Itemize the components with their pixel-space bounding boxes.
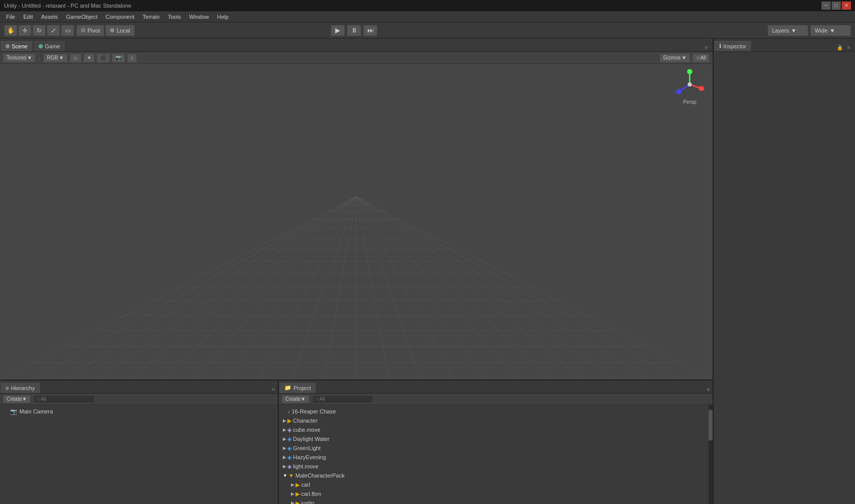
list-item[interactable]: ▶ ▶ carl [279, 480, 713, 489]
list-item[interactable]: ▶ ◈ Daylight Water [279, 434, 713, 443]
hand-tool[interactable]: ✋ [4, 25, 17, 36]
list-item[interactable]: ▼ ▼ MaleCharacterPack [279, 471, 713, 480]
scene-area: Scene Game ≡ Textured ▼ | RGB ▼ ☼ ✦ ⬛ 📷 … [0, 39, 713, 504]
app-title: Unity - Untitled - relaxant - PC and Mac… [4, 3, 131, 9]
hierarchy-collapse-button[interactable]: ≡ [270, 385, 278, 393]
maximize-button[interactable]: □ [832, 2, 841, 10]
item-label: light.move [293, 463, 318, 469]
layers-dropdown[interactable]: Layers ▼ [768, 25, 808, 36]
color-mode-dropdown[interactable]: RGB ▼ [43, 53, 68, 63]
item-label: Character [293, 418, 317, 424]
gizmos-dropdown[interactable]: Gizmos ▼ [660, 53, 690, 63]
list-item[interactable]: ▶ ▶ justin [279, 498, 713, 504]
main-camera-item[interactable]: 📷 Main Camera [0, 407, 278, 416]
playback-controls: ▶ ⏸ ⏭ [331, 25, 377, 36]
list-item[interactable]: ▶ ▶ carl.fbm [279, 489, 713, 498]
step-button[interactable]: ⏭ [363, 25, 377, 36]
fx-toggle[interactable]: ⬛ [97, 53, 110, 63]
menu-edit[interactable]: Edit [19, 13, 37, 21]
folder-icon: ▶ [296, 500, 300, 505]
project-search[interactable] [312, 395, 373, 403]
search-all-button[interactable]: ☆All [692, 53, 710, 63]
scrollbar-thumb [709, 410, 713, 440]
menu-window[interactable]: Window [185, 13, 213, 21]
sound-toggle[interactable]: ♪ [127, 53, 137, 63]
menu-assets[interactable]: Assets [37, 13, 62, 21]
arrow-icon: ▶ [283, 436, 286, 441]
folder-icon: ▶ [287, 418, 291, 424]
rotate-tool[interactable]: ↻ [33, 25, 46, 36]
list-item[interactable]: ▶ ◈ light.move [279, 462, 713, 471]
shading-arrow: ▼ [27, 55, 32, 61]
inspector-lock-button[interactable]: 🔒 [836, 43, 844, 51]
list-item[interactable]: ▶ ▶ Character [279, 416, 713, 425]
hierarchy-tab-bar: ≡ Hierarchy ≡ [0, 380, 278, 394]
list-item[interactable]: ▶ ◈ GreenLight [279, 443, 713, 453]
camera-toggle[interactable]: 📷 [112, 53, 125, 63]
list-item[interactable]: ▶ ◈ HazyEvening [279, 453, 713, 462]
play-button[interactable]: ▶ [331, 25, 345, 36]
hierarchy-create-button[interactable]: Create ▼ [3, 395, 31, 403]
viewport[interactable]: Y X Z Persp [0, 64, 713, 379]
script-icon: ◈ [287, 427, 291, 433]
project-scrollbar[interactable] [709, 405, 713, 504]
arrow-icon: ▶ [291, 500, 294, 504]
project-create-label: Create [285, 396, 301, 402]
arrow-icon: ▶ [291, 482, 294, 487]
prefab-icon: ◈ [287, 436, 291, 442]
gizmo-svg: Y X Z [672, 69, 707, 100]
menu-tools[interactable]: Tools [164, 13, 185, 21]
project-collapse-button[interactable]: ≡ [704, 385, 713, 393]
local-icon: ⊛ [110, 27, 114, 34]
list-item[interactable]: ▶ ♪ 16-Reaper Chase [279, 407, 713, 416]
hierarchy-content: 📷 Main Camera [0, 405, 278, 504]
hierarchy-toolbar: Create ▼ [0, 394, 278, 405]
scene-tab-dot [6, 44, 10, 48]
gizmo-widget[interactable]: Y X Z Persp [672, 69, 707, 105]
menu-file[interactable]: File [2, 13, 19, 21]
project-panel: 📁 Project ≡ Create ▼ ▶ ♪ [279, 380, 713, 504]
list-item[interactable]: ▶ ◈ cube.move [279, 425, 713, 434]
hierarchy-search[interactable] [34, 395, 95, 403]
hierarchy-icon: ≡ [6, 385, 9, 391]
folder-icon: ▶ [296, 491, 300, 497]
item-label: MaleCharacterPack [296, 472, 345, 479]
close-button[interactable]: ✕ [842, 2, 851, 10]
inspector-menu-button[interactable]: ≡ [845, 43, 853, 51]
svg-text:Y: Y [687, 69, 690, 72]
arrow-icon: ▶ [291, 491, 294, 496]
menu-gameobject[interactable]: GameObject [62, 13, 102, 21]
light-toggle[interactable]: ☼ [70, 53, 81, 63]
scene-toolbar: Textured ▼ | RGB ▼ ☼ ✦ ⬛ 📷 ♪ Gizmos ▼ ☆A… [0, 52, 713, 64]
hierarchy-tab[interactable]: ≡ Hierarchy [0, 382, 41, 393]
menu-terrain[interactable]: Terrain [138, 13, 164, 21]
project-create-button[interactable]: Create ▼ [282, 395, 309, 403]
scale-tool[interactable]: ⤢ [47, 25, 60, 36]
scene-tab[interactable]: Scene [0, 40, 33, 51]
scene-collapse-button[interactable]: ≡ [702, 43, 711, 51]
menu-help[interactable]: Help [213, 13, 233, 21]
item-label: Daylight Water [293, 436, 330, 442]
local-button[interactable]: ⊛ Local [105, 25, 134, 36]
inspector-tab[interactable]: ℹ Inspector [714, 40, 752, 51]
wide-dropdown[interactable]: Wide ▼ [810, 25, 851, 36]
main-camera-label: Main Camera [19, 408, 53, 414]
minimize-button[interactable]: ─ [821, 2, 831, 10]
project-tab[interactable]: 📁 Project [279, 382, 316, 393]
move-tool[interactable]: ✛ [18, 25, 32, 36]
prefab-icon: ◈ [287, 445, 291, 452]
title-bar: Unity - Untitled - relaxant - PC and Mac… [0, 0, 855, 11]
menu-component[interactable]: Component [101, 13, 138, 21]
gizmo-label: Persp [672, 99, 707, 105]
game-tab[interactable]: Game [33, 40, 66, 51]
pivot-button[interactable]: ⊙ Pivot [76, 25, 104, 36]
layers-arrow-icon: ▼ [791, 27, 797, 34]
rect-tool[interactable]: ▭ [61, 25, 74, 36]
transform-tools: ✋ ✛ ↻ ⤢ ▭ [4, 25, 74, 36]
folder-icon: ▼ [288, 472, 294, 479]
pause-button[interactable]: ⏸ [347, 25, 361, 36]
audio-toggle[interactable]: ✦ [83, 53, 95, 63]
item-label: justin [301, 500, 314, 504]
project-tab-bar: 📁 Project ≡ [279, 380, 713, 394]
shading-dropdown[interactable]: Textured ▼ [3, 53, 36, 63]
